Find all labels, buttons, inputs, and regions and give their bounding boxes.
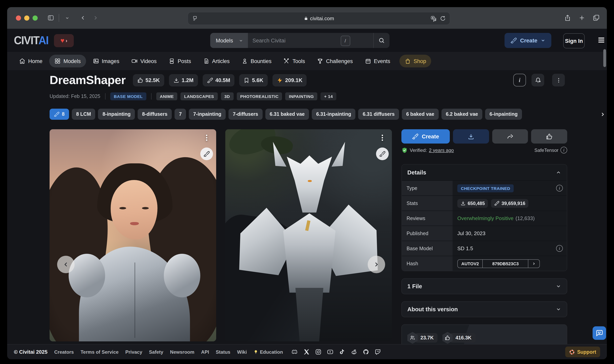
hash-value[interactable]: 879DB523C3 [483,260,528,267]
nav-item-events[interactable]: Events [360,55,395,67]
address-bar[interactable]: civitai.com [188,12,450,25]
nav-item-tools[interactable]: Tools [278,55,310,67]
search-input[interactable] [248,33,373,48]
about-version-section[interactable]: About this version [401,301,567,317]
like-model-button[interactable] [531,129,567,143]
nav-item-videos[interactable]: Videos [126,55,162,67]
files-section[interactable]: 1 File [401,278,567,294]
tag-anime[interactable]: ANIME [156,92,178,100]
remix-image-button[interactable] [376,147,389,160]
tiktok-icon[interactable] [339,349,346,355]
version-tab[interactable]: 8 LCM [72,109,95,120]
footer-link-privacy[interactable]: Privacy [125,349,142,355]
generations-stat[interactable]: 40.5M [203,74,235,86]
version-tab[interactable]: 8-inpainting [98,109,135,120]
image-menu-button[interactable] [203,133,210,143]
hash-expand-button[interactable] [528,260,540,267]
close-window-button[interactable] [16,15,21,20]
downloads-stat[interactable]: 1.2M [169,74,198,86]
gallery-image-portrait[interactable] [50,129,216,341]
footer-link-education[interactable]: Education [254,349,283,355]
tag-base-model[interactable]: BASE MODEL [110,92,146,100]
scrollbar-thumb[interactable] [603,49,606,67]
gallery-image-mecha[interactable] [225,129,392,341]
footer-link-api[interactable]: API [201,349,209,355]
discord-icon[interactable] [291,349,298,355]
footer-link-terms[interactable]: Terms of Service [80,349,118,355]
nav-item-bounties[interactable]: Bounties [236,55,277,67]
version-tab[interactable]: 6-inpainting [485,109,522,120]
verified-time-link[interactable]: 2 years ago [429,147,454,153]
hash-control[interactable]: AUTOV2 879DB523C3 [457,259,540,268]
details-header[interactable]: Details [402,165,567,181]
nav-item-posts[interactable]: Posts [163,55,196,67]
footer-link-safety[interactable]: Safety [149,349,163,355]
format-info-icon[interactable]: i [561,147,567,154]
zoom-window-button[interactable] [33,15,38,20]
reviews-rating-link[interactable]: Overwhelmingly Positive [457,215,513,221]
version-tab[interactable]: 8-diffusers [138,109,172,120]
tab-group-chevron-icon[interactable] [61,12,73,24]
sign-in-button[interactable]: Sign In [563,33,585,48]
tag-3d[interactable]: 3D [221,92,234,100]
version-tab[interactable]: 7-inpainting [189,109,226,120]
version-tab[interactable]: 6 baked vae [402,109,439,120]
bookmarks-stat[interactable]: 5.6K [239,74,268,86]
menu-button[interactable] [597,36,606,44]
version-tabs-scroll-next[interactable] [589,109,607,120]
version-tab[interactable]: 6.31 baked vae [265,109,309,120]
version-tab[interactable]: 6.2 baked vae [442,109,483,120]
tag-inpainting[interactable]: INPAINTING [285,92,317,100]
header-create-button[interactable]: Create [505,33,551,48]
twitch-icon[interactable] [375,349,381,355]
notify-button[interactable] [532,74,544,86]
supporter-badge-button[interactable]: ♥ › [54,34,74,47]
x-icon[interactable] [303,349,310,355]
nav-item-articles[interactable]: Articles [198,55,235,67]
sidebar-toggle-icon[interactable] [45,12,57,24]
share-model-button[interactable] [492,129,528,143]
version-tab[interactable]: 6.31 diffusers [358,109,399,120]
nav-item-home[interactable]: Home [14,55,48,67]
support-button[interactable]: Support [565,347,600,357]
model-menu-button[interactable] [552,74,565,86]
footer-link-wiki[interactable]: Wiki [237,349,247,355]
tab-overview-icon[interactable] [593,14,600,21]
nav-item-images[interactable]: Images [88,55,125,67]
youtube-icon[interactable] [327,349,334,355]
new-tab-icon[interactable] [578,14,586,21]
hash-type[interactable]: AUTOV2 [458,260,483,267]
forward-button[interactable] [90,12,102,24]
tag-photorealistic[interactable]: PHOTOREALISTIC [236,92,282,100]
version-tab-active[interactable]: 8 [50,109,69,120]
version-tab[interactable]: 6.31-inpainting [312,109,355,120]
nav-item-challenges[interactable]: Challenges [312,55,358,67]
back-button[interactable] [77,12,89,24]
footer-link-status[interactable]: Status [216,349,230,355]
nav-item-shop[interactable]: Shop [399,55,431,67]
chat-button[interactable] [593,326,606,340]
nav-item-models[interactable]: Models [49,55,86,67]
footer-link-newsroom[interactable]: Newsroom [170,349,194,355]
carousel-prev-button[interactable] [57,256,75,273]
energy-stat[interactable]: 209.1K [273,74,307,86]
base-model-info-icon[interactable]: i [556,245,563,252]
likes-stat[interactable]: 52.5K [133,74,164,86]
type-info-icon[interactable]: i [556,185,563,192]
github-icon[interactable] [363,349,369,355]
minimize-window-button[interactable] [24,15,29,20]
footer-link-creators[interactable]: Creators [54,349,74,355]
share-page-icon[interactable] [564,14,571,21]
search-category-select[interactable]: Models [210,33,248,48]
civitai-logo[interactable]: CIVITAI [14,34,48,47]
instagram-icon[interactable] [315,349,322,355]
reddit-icon[interactable] [351,349,358,355]
version-tab[interactable]: 7-diffusers [228,109,262,120]
image-menu-button[interactable] [379,133,386,143]
more-tags-button[interactable]: + 14 [321,92,337,100]
create-with-model-button[interactable]: Create [401,129,450,143]
remix-image-button[interactable] [200,147,213,160]
tag-landscapes[interactable]: LANDSCAPES [181,92,218,100]
model-info-button[interactable]: i [513,74,526,86]
carousel-next-button[interactable] [368,256,385,273]
